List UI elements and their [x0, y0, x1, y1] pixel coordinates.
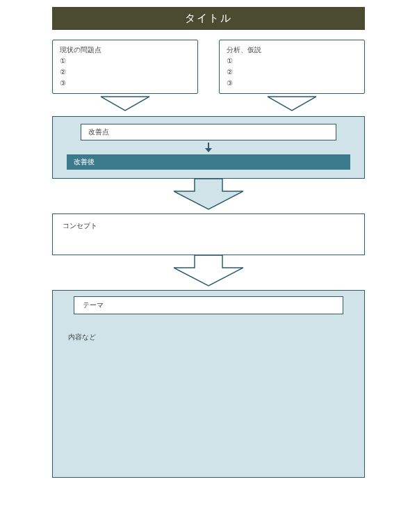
analysis-item-1: ① [227, 56, 357, 67]
svg-marker-4 [174, 179, 243, 209]
improvement-after-bar: 改善後 [67, 154, 350, 170]
title-text: タイトル [185, 12, 232, 24]
top-two-columns: 現状の問題点 ① ② ③ 分析、仮説 ① ② ③ [52, 40, 365, 94]
improvement-points-box: 改善点 [81, 124, 336, 140]
theme-label: テーマ [83, 301, 104, 309]
theme-content-panel: テーマ 内容など [52, 290, 365, 478]
concept-label: コンセプト [63, 222, 97, 229]
improvement-panel: 改善点 改善後 [52, 116, 365, 179]
improvement-points-label: 改善点 [88, 128, 109, 136]
svg-marker-5 [174, 255, 243, 286]
analysis-item-2: ② [227, 67, 357, 78]
content-label-text: 内容など [68, 333, 96, 341]
big-arrow-2 [52, 255, 365, 287]
content-label: 内容など [68, 332, 364, 342]
improvement-after-label: 改善後 [74, 158, 95, 166]
problems-item-3: ③ [60, 78, 190, 89]
title-bar: タイトル [52, 7, 365, 30]
svg-marker-1 [268, 97, 316, 111]
arrow-down-icon [203, 142, 214, 153]
svg-marker-3 [205, 148, 212, 152]
chevron-down-icon [268, 94, 316, 113]
block-arrow-down-icon [174, 255, 243, 287]
analysis-box: 分析、仮説 ① ② ③ [219, 40, 365, 94]
problems-box: 現状の問題点 ① ② ③ [52, 40, 198, 94]
svg-marker-0 [101, 97, 149, 111]
theme-box: テーマ [74, 296, 343, 314]
chevron-down-icon [101, 94, 149, 113]
concept-box: コンセプト [52, 213, 365, 255]
problems-item-2: ② [60, 67, 190, 78]
block-arrow-down-icon [174, 179, 243, 211]
small-arrows-row [52, 94, 365, 113]
diagram-page: タイトル 現状の問題点 ① ② ③ 分析、仮説 ① ② ③ 改善点 [0, 0, 417, 492]
analysis-item-3: ③ [227, 78, 357, 89]
arrow-down-right [219, 94, 365, 113]
problems-item-1: ① [60, 56, 190, 67]
mini-arrow-down [67, 142, 350, 153]
analysis-heading: 分析、仮説 [227, 45, 357, 56]
problems-heading: 現状の問題点 [60, 45, 190, 56]
arrow-down-left [52, 94, 198, 113]
big-arrow-1 [52, 179, 365, 211]
